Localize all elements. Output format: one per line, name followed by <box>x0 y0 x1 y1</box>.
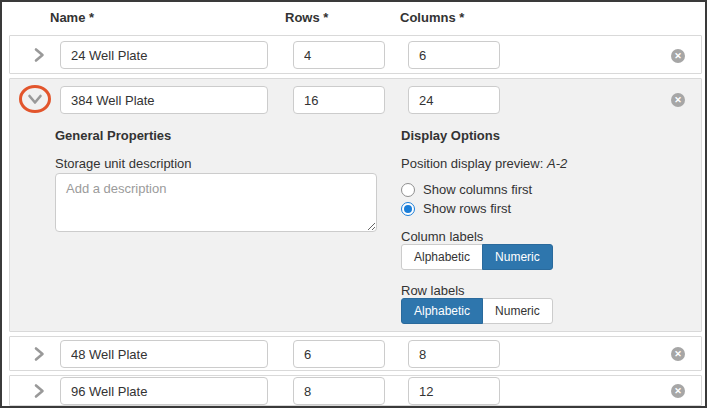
column-labels-numeric-button[interactable]: Numeric <box>482 244 553 270</box>
column-header-columns: Columns * <box>400 10 464 25</box>
table-row: ✕ <box>9 375 702 406</box>
storage-description-textarea[interactable] <box>55 173 377 232</box>
column-labels-label: Column labels <box>401 229 483 244</box>
name-input[interactable] <box>60 340 268 368</box>
column-header-name: Name * <box>50 10 94 25</box>
remove-row-icon[interactable]: ✕ <box>671 93 685 107</box>
chevron-down-icon <box>27 93 43 105</box>
general-properties-heading: General Properties <box>55 128 171 143</box>
columns-input[interactable] <box>408 41 500 69</box>
expand-row-button[interactable] <box>26 341 52 367</box>
rows-input[interactable] <box>293 377 385 405</box>
rows-input[interactable] <box>293 41 385 69</box>
remove-row-icon[interactable]: ✕ <box>671 49 685 63</box>
rows-input[interactable] <box>293 86 385 114</box>
rows-input[interactable] <box>293 340 385 368</box>
table-row: ✕ <box>9 35 702 74</box>
radio-option-show-columns-first: Show columns first <box>401 182 532 197</box>
remove-row-icon[interactable]: ✕ <box>671 384 685 398</box>
radio-label[interactable]: Show rows first <box>423 201 511 216</box>
columns-input[interactable] <box>408 377 500 405</box>
chevron-right-icon <box>33 47 45 63</box>
column-labels-alphabetic-button[interactable]: Alphabetic <box>401 244 483 270</box>
row-labels-toggle: Alphabetic Numeric <box>401 298 553 324</box>
columns-input[interactable] <box>408 86 500 114</box>
name-input[interactable] <box>60 377 268 405</box>
row-labels-numeric-button[interactable]: Numeric <box>482 298 553 324</box>
collapse-row-button[interactable] <box>22 86 48 112</box>
display-options-heading: Display Options <box>401 128 500 143</box>
radio-show-columns-first[interactable] <box>401 183 415 197</box>
name-input[interactable] <box>60 86 268 114</box>
preview-value: A-2 <box>547 156 567 171</box>
radio-option-show-rows-first: Show rows first <box>401 201 511 216</box>
column-labels-toggle: Alphabetic Numeric <box>401 244 553 270</box>
preview-label: Position display preview: <box>401 156 543 171</box>
remove-row-icon[interactable]: ✕ <box>671 347 685 361</box>
radio-show-rows-first[interactable] <box>401 202 415 216</box>
name-input[interactable] <box>60 41 268 69</box>
position-display-preview: Position display preview: A-2 <box>401 156 567 171</box>
storage-description-label: Storage unit description <box>55 156 192 171</box>
table-row-expanded: ✕ General Properties Storage unit descri… <box>9 78 702 332</box>
table-row: ✕ <box>9 336 702 371</box>
column-header-rows: Rows * <box>285 10 328 25</box>
columns-input[interactable] <box>408 340 500 368</box>
well-plate-storage-editor: Name * Rows * Columns * ✕ ✕ General Prop… <box>0 0 707 408</box>
chevron-right-icon <box>33 383 45 399</box>
expand-row-button[interactable] <box>26 378 52 404</box>
row-labels-alphabetic-button[interactable]: Alphabetic <box>401 298 483 324</box>
radio-label[interactable]: Show columns first <box>423 182 532 197</box>
chevron-right-icon <box>33 346 45 362</box>
row-labels-label: Row labels <box>401 283 465 298</box>
expand-row-button[interactable] <box>26 42 52 68</box>
